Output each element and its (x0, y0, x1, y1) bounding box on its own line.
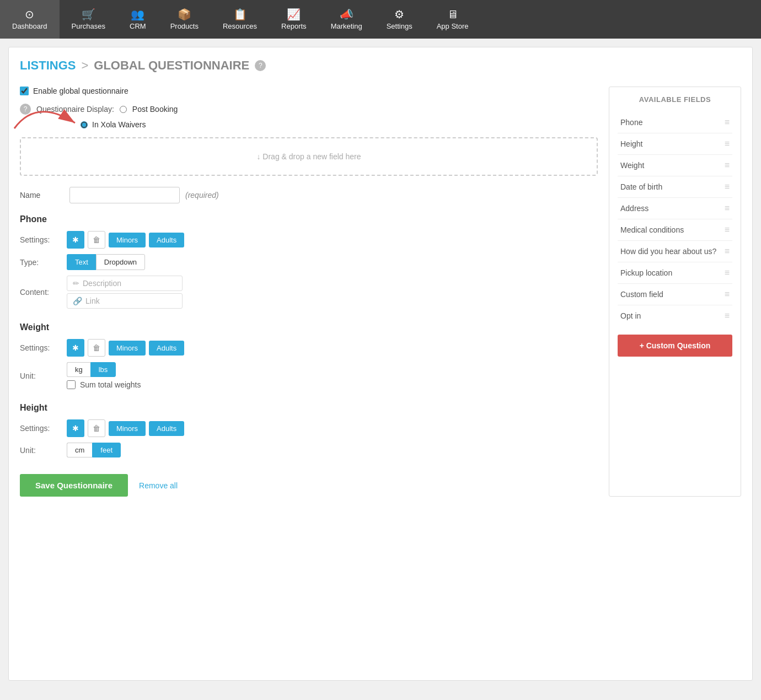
drag-handle-optin[interactable]: ≡ (725, 311, 730, 321)
main-nav: ⊙ Dashboard 🛒 Purchases 👥 CRM 📦 Products… (0, 0, 761, 39)
nav-reports[interactable]: 📈 Reports (269, 0, 319, 39)
weight-minors-btn[interactable]: Minors (109, 341, 146, 356)
weight-kg-btn[interactable]: kg (67, 362, 90, 377)
available-field-howheard[interactable]: How did you hear about us? ≡ (618, 241, 732, 262)
display-row: ? Questionnaire Display: Post Booking (20, 104, 598, 115)
post-booking-radio[interactable] (120, 106, 127, 113)
nav-crm[interactable]: 👥 CRM (117, 0, 158, 39)
sum-weights-checkbox[interactable] (67, 380, 76, 389)
phone-dropdown-btn[interactable]: Dropdown (96, 254, 145, 270)
height-settings-row: Settings: ✱ 🗑 Minors Adults (20, 419, 598, 437)
height-cm-btn[interactable]: cm (67, 443, 92, 457)
weight-asterisk-btn[interactable]: ✱ (67, 339, 84, 357)
phone-type-row: Type: Text Dropdown (20, 254, 598, 270)
drag-handle-height[interactable]: ≡ (725, 139, 730, 149)
enable-label[interactable]: Enable global questionnaire (33, 87, 128, 95)
weight-title: Weight (20, 322, 598, 332)
dashboard-icon: ⊙ (25, 9, 34, 20)
available-field-address[interactable]: Address ≡ (618, 198, 732, 219)
drag-handle-address[interactable]: ≡ (725, 203, 730, 213)
post-booking-label[interactable]: Post Booking (132, 105, 178, 114)
nav-purchases[interactable]: 🛒 Purchases (60, 0, 117, 39)
weight-unit-group: kg lbs Sum total weights (67, 362, 141, 389)
height-feet-btn[interactable]: feet (92, 443, 121, 457)
weight-lbs-btn[interactable]: lbs (90, 362, 116, 377)
height-asterisk-btn[interactable]: ✱ (67, 419, 84, 437)
nav-products[interactable]: 📦 Products (158, 0, 211, 39)
available-fields-sidebar: AVAILABLE FIELDS Phone ≡ Height ≡ Weight… (609, 87, 741, 497)
breadcrumb-listings[interactable]: LISTINGS (20, 58, 76, 73)
height-settings-label: Settings: (20, 424, 61, 433)
form-area: Enable global questionnaire ? Questionna… (20, 87, 598, 497)
phone-content-label: Content: (20, 288, 61, 297)
height-section: Height Settings: ✱ 🗑 Minors Adults Unit:… (20, 403, 598, 457)
phone-description-field[interactable]: ✏ Description (67, 276, 183, 291)
nav-marketing[interactable]: 📣 Marketing (319, 0, 374, 39)
drag-handle-custom[interactable]: ≡ (725, 289, 730, 299)
phone-minors-btn[interactable]: Minors (109, 233, 146, 247)
phone-text-btn[interactable]: Text (67, 254, 96, 270)
weight-adults-btn[interactable]: Adults (149, 341, 184, 356)
display-label: Questionnaire Display: (36, 105, 114, 114)
available-field-optin[interactable]: Opt in ≡ (618, 305, 732, 326)
available-field-custom[interactable]: Custom field ≡ (618, 284, 732, 305)
phone-adults-btn[interactable]: Adults (149, 233, 184, 247)
page-content: LISTINGS > GLOBAL QUESTIONNAIRE ? Enable… (8, 47, 753, 681)
drag-handle-medical[interactable]: ≡ (725, 225, 730, 235)
resources-icon: 📋 (233, 9, 247, 20)
phone-asterisk-btn[interactable]: ✱ (67, 231, 84, 249)
nav-appstore[interactable]: 🖥 App Store (425, 0, 481, 39)
custom-question-btn[interactable]: + Custom Question (618, 335, 732, 357)
drag-handle-weight[interactable]: ≡ (725, 160, 730, 170)
height-minors-btn[interactable]: Minors (109, 421, 146, 436)
nav-dashboard[interactable]: ⊙ Dashboard (0, 0, 60, 39)
field-howheard-label: How did you hear about us? (620, 247, 716, 256)
field-pickup-label: Pickup location (620, 268, 672, 277)
phone-title: Phone (20, 214, 598, 224)
phone-trash-btn[interactable]: 🗑 (88, 231, 105, 249)
available-field-pickup[interactable]: Pickup location ≡ (618, 262, 732, 284)
height-adults-btn[interactable]: Adults (149, 421, 184, 436)
field-dob-label: Date of birth (620, 182, 662, 191)
field-medical-label: Medical conditions (620, 225, 684, 234)
height-unit-row: Unit: cm feet (20, 443, 598, 457)
link-placeholder: Link (85, 297, 100, 305)
phone-settings-row: Settings: ✱ 🗑 Minors Adults (20, 231, 598, 249)
nav-resources[interactable]: 📋 Resources (211, 0, 269, 39)
weight-section: Weight Settings: ✱ 🗑 Minors Adults Unit:… (20, 322, 598, 389)
available-field-weight[interactable]: Weight ≡ (618, 155, 732, 176)
phone-type-buttons: Text Dropdown (67, 254, 145, 270)
crm-icon: 👥 (131, 9, 144, 20)
height-trash-btn[interactable]: 🗑 (88, 419, 105, 437)
name-required-text: (required) (185, 191, 219, 200)
remove-all-link[interactable]: Remove all (139, 481, 178, 490)
drop-zone-text: ↓ Drag & drop a new field here (256, 152, 361, 161)
drop-zone[interactable]: ↓ Drag & drop a new field here (20, 137, 598, 176)
weight-unit-buttons: kg lbs (67, 362, 141, 377)
display-help-icon[interactable]: ? (20, 104, 31, 115)
help-icon[interactable]: ? (255, 60, 266, 71)
enable-checkbox[interactable] (20, 87, 29, 95)
drag-handle-howheard[interactable]: ≡ (725, 246, 730, 256)
nav-settings[interactable]: ⚙ Settings (374, 0, 425, 39)
weight-trash-btn[interactable]: 🗑 (88, 339, 105, 357)
name-input[interactable] (69, 187, 180, 203)
in-xola-radio[interactable] (81, 121, 88, 128)
name-field-label: Name (20, 191, 64, 200)
available-field-medical[interactable]: Medical conditions ≡ (618, 219, 732, 241)
available-field-phone[interactable]: Phone ≡ (618, 112, 732, 133)
sum-weights-label[interactable]: Sum total weights (80, 380, 141, 389)
phone-link-field[interactable]: 🔗 Link (67, 293, 183, 309)
in-xola-label[interactable]: In Xola Waivers (92, 120, 146, 129)
breadcrumb-current: GLOBAL QUESTIONNAIRE (94, 58, 249, 73)
weight-settings-row: Settings: ✱ 🗑 Minors Adults (20, 339, 598, 357)
available-field-height[interactable]: Height ≡ (618, 133, 732, 155)
settings-icon: ⚙ (394, 9, 404, 20)
height-unit-label: Unit: (20, 446, 61, 455)
name-row: Name (required) (20, 187, 598, 203)
drag-handle-pickup[interactable]: ≡ (725, 268, 730, 278)
save-questionnaire-btn[interactable]: Save Questionnaire (20, 474, 128, 497)
drag-handle-dob[interactable]: ≡ (725, 182, 730, 192)
available-field-dob[interactable]: Date of birth ≡ (618, 176, 732, 198)
drag-handle-phone[interactable]: ≡ (725, 117, 730, 127)
